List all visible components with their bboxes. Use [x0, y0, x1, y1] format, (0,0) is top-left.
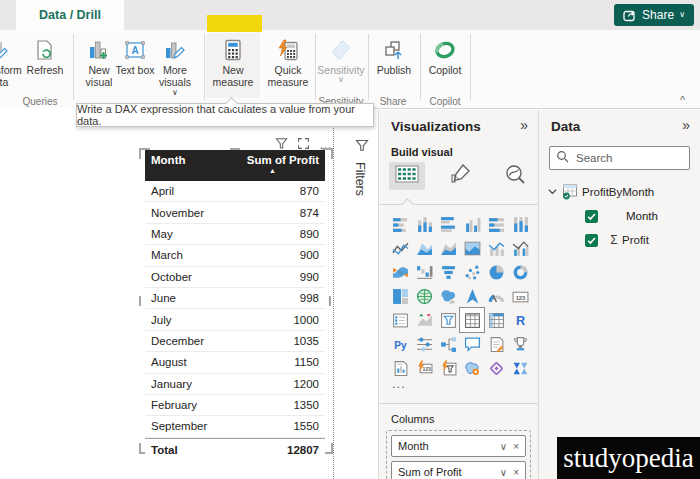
clustered-bar-chart-icon[interactable] [436, 212, 460, 236]
table-icon[interactable] [460, 308, 484, 332]
funnel-chart-icon[interactable] [436, 260, 460, 284]
remove-field-icon[interactable]: × [513, 441, 519, 452]
ribbon-chart-icon[interactable] [388, 260, 412, 284]
remove-field-icon[interactable]: × [513, 467, 519, 478]
more-visuals-button[interactable]: More visuals ∨ [148, 33, 202, 98]
collapse-ribbon-icon[interactable]: ^ [680, 94, 685, 106]
search-input[interactable] [574, 151, 683, 165]
100-stacked-column-chart-icon[interactable] [508, 212, 532, 236]
gauge-icon[interactable] [484, 284, 508, 308]
column-header-profit[interactable]: Sum of Profit [235, 150, 325, 181]
table-row[interactable]: April870 [145, 181, 325, 202]
table-row[interactable]: March900 [145, 245, 325, 266]
map-icon[interactable] [412, 284, 436, 308]
field-pill[interactable]: Sum of Profit∨× [391, 461, 526, 479]
slicer-icon[interactable] [436, 308, 460, 332]
tab-analytics[interactable] [497, 162, 533, 190]
tab-data-drill[interactable]: Data / Drill [16, 0, 124, 30]
treemap-icon[interactable] [388, 284, 412, 308]
table-row[interactable]: December1035 [145, 331, 325, 352]
field-label[interactable]: Profit [622, 234, 649, 246]
refresh-button[interactable]: Refresh [22, 33, 68, 98]
quick-measure-button[interactable]: Quick measure [260, 33, 316, 98]
multi-row-card-icon[interactable] [388, 308, 412, 332]
chevron-down-icon[interactable]: ∨ [500, 467, 507, 478]
cell-month: February [145, 399, 235, 411]
column-header-month[interactable]: Month [145, 150, 235, 181]
100-stacked-bar-chart-icon[interactable] [484, 212, 508, 236]
table-tree-item[interactable]: ProfitByMonth [539, 182, 700, 202]
azure-map-icon[interactable] [460, 284, 484, 308]
waterfall-chart-icon[interactable] [412, 260, 436, 284]
columns-field-well[interactable]: Month∨×Sum of Profit∨× [386, 430, 531, 479]
clustered-column-chart-icon[interactable] [460, 212, 484, 236]
quick-measure-label: Quick measure [260, 64, 316, 89]
table-row[interactable]: May890 [145, 224, 325, 245]
table-row[interactable]: June998 [145, 288, 325, 309]
field-checkbox[interactable] [585, 234, 598, 247]
table-name[interactable]: ProfitByMonth [582, 186, 654, 198]
selection-handle[interactable] [139, 296, 141, 306]
line-chart-icon[interactable] [388, 236, 412, 260]
power-automate-icon[interactable] [508, 356, 532, 380]
field-row-profit[interactable]: ΣProfit [539, 230, 700, 250]
report-canvas[interactable]: … Month Sum of Profit ▲ April870November… [0, 108, 345, 479]
decomposition-tree-icon[interactable] [436, 332, 460, 356]
pie-chart-icon[interactable] [484, 260, 508, 284]
python-visual-icon[interactable]: Py [388, 332, 412, 356]
field-row-month[interactable]: Month [539, 206, 700, 226]
total-label: Total [145, 444, 235, 456]
arcgis-map-icon[interactable] [460, 356, 484, 380]
share-button[interactable]: Share ∨ [614, 4, 694, 26]
field-checkbox[interactable] [585, 210, 598, 223]
kpi-icon[interactable] [412, 308, 436, 332]
tab-build-visual[interactable] [389, 162, 425, 190]
line-and-clustered-column-chart-icon[interactable] [508, 236, 532, 260]
filled-map-icon[interactable] [436, 284, 460, 308]
tab-format-visual[interactable] [443, 162, 479, 190]
filter-icon[interactable] [355, 138, 369, 156]
stacked-column-chart-icon[interactable] [412, 212, 436, 236]
table-row[interactable]: September1550 [145, 416, 325, 437]
stacked-bar-chart-icon[interactable] [388, 212, 412, 236]
table-row[interactable]: January1200 [145, 374, 325, 395]
collapse-pane-icon[interactable]: » [520, 117, 528, 133]
table-row[interactable]: October990 [145, 267, 325, 288]
filters-pane-title[interactable]: Filters [353, 162, 367, 196]
table-visual[interactable]: Month Sum of Profit ▲ April870November87… [145, 150, 325, 461]
metrics-icon[interactable] [508, 332, 532, 356]
new-measure-button[interactable]: New measure [206, 33, 260, 98]
power-apps-icon[interactable] [484, 356, 508, 380]
100-stacked-area-chart-icon[interactable] [460, 236, 484, 260]
r-script-visual-icon[interactable]: R [508, 308, 532, 332]
smart-narrative-icon[interactable] [484, 332, 508, 356]
copilot-button[interactable]: Copilot [422, 33, 468, 98]
cell-profit: 1000 [235, 314, 325, 326]
field-label[interactable]: Month [626, 210, 658, 222]
table-row[interactable]: July1000 [145, 309, 325, 330]
matrix-icon[interactable] [484, 308, 508, 332]
collapse-pane-icon[interactable]: » [682, 117, 690, 133]
slicer-new-icon[interactable] [436, 356, 460, 380]
card-new-icon[interactable]: 123 [412, 356, 436, 380]
chevron-down-icon[interactable]: ∨ [500, 441, 507, 452]
qa-visual-icon[interactable] [460, 332, 484, 356]
publish-button[interactable]: Publish [370, 33, 418, 98]
table-row[interactable]: August1150 [145, 352, 325, 373]
scatter-chart-icon[interactable] [460, 260, 484, 284]
line-and-stacked-column-chart-icon[interactable] [484, 236, 508, 260]
cell-month: May [145, 228, 235, 240]
expander-chevron-icon[interactable] [547, 186, 558, 199]
selection-handle[interactable] [329, 296, 331, 306]
sort-ascending-icon[interactable]: ▲ [269, 167, 276, 174]
area-chart-icon[interactable] [412, 236, 436, 260]
card-icon[interactable]: 123 [508, 284, 532, 308]
key-influencers-icon[interactable] [412, 332, 436, 356]
donut-chart-icon[interactable] [508, 260, 532, 284]
field-pill[interactable]: Month∨× [391, 435, 526, 457]
search-box[interactable] [549, 146, 690, 170]
more-visual-options[interactable]: ... [392, 376, 406, 391]
table-row[interactable]: February1350 [145, 395, 325, 416]
table-row[interactable]: November874 [145, 202, 325, 223]
stacked-area-chart-icon[interactable] [436, 236, 460, 260]
